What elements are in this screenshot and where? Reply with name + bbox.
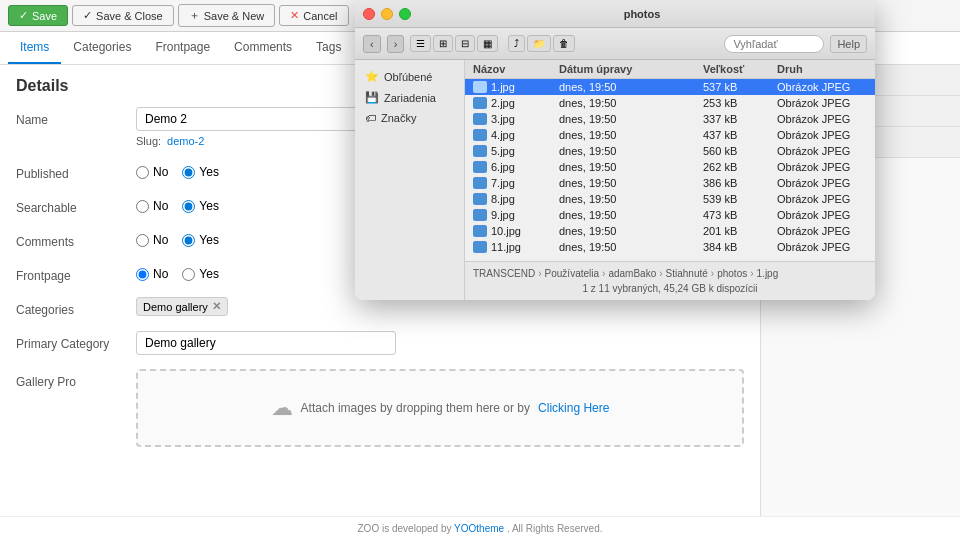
published-yes-option[interactable]: Yes	[182, 165, 219, 179]
searchable-yes-option[interactable]: Yes	[182, 199, 219, 213]
file-icon	[473, 97, 487, 109]
sidebar-item-tags[interactable]: 🏷 Značky	[355, 108, 464, 128]
table-row[interactable]: 7.jpg dnes, 19:50 386 kB Obrázok JPEG	[465, 175, 875, 191]
table-row[interactable]: 10.jpg dnes, 19:50 201 kB Obrázok JPEG	[465, 223, 875, 239]
file-date-cell: dnes, 19:50	[559, 241, 699, 253]
frontpage-no-option[interactable]: No	[136, 267, 168, 281]
comments-no-option[interactable]: No	[136, 233, 168, 247]
searchable-no-option[interactable]: No	[136, 199, 168, 213]
tab-categories[interactable]: Categories	[61, 32, 143, 64]
file-name-cell: 10.jpg	[473, 225, 555, 237]
published-no-option[interactable]: No	[136, 165, 168, 179]
file-name-cell: 3.jpg	[473, 113, 555, 125]
name-label: Name	[16, 107, 136, 127]
page-footer: ZOO is developed by YOOtheme . All Right…	[0, 516, 960, 540]
action-buttons: ⤴ 📁 🗑	[508, 35, 575, 52]
tab-tags[interactable]: Tags	[304, 32, 353, 64]
table-row[interactable]: 3.jpg dnes, 19:50 337 kB Obrázok JPEG	[465, 111, 875, 127]
file-size-cell: 473 kB	[703, 209, 773, 221]
path-segment: Stiahnuté	[666, 268, 708, 279]
file-name-cell: 4.jpg	[473, 129, 555, 141]
view-icon-button[interactable]: ⊟	[455, 35, 475, 52]
window-maximize-button[interactable]	[399, 8, 411, 20]
file-icon	[473, 193, 487, 205]
help-button[interactable]: Help	[830, 35, 867, 53]
view-buttons: ☰ ⊞ ⊟ ▦	[410, 35, 498, 52]
table-row[interactable]: 4.jpg dnes, 19:50 437 kB Obrázok JPEG	[465, 127, 875, 143]
frontpage-yes-option[interactable]: Yes	[182, 267, 219, 281]
search-input[interactable]	[724, 35, 824, 53]
file-name-cell: 9.jpg	[473, 209, 555, 221]
breadcrumb-path: TRANSCEND › Používatelia › adamBako › St…	[473, 266, 867, 281]
forward-button[interactable]: ›	[387, 35, 405, 53]
save-close-button[interactable]: ✓ Save & Close	[72, 5, 174, 26]
path-segment: Používatelia	[545, 268, 599, 279]
sidebar-item-favourites[interactable]: ⭐ Obľúbené	[355, 66, 464, 87]
tab-items[interactable]: Items	[8, 32, 61, 64]
cancel-x-icon: ✕	[290, 9, 299, 22]
file-icon	[473, 177, 487, 189]
file-type-cell: Obrázok JPEG	[777, 81, 867, 93]
yootheme-link[interactable]: YOOtheme	[454, 523, 504, 534]
save-button[interactable]: ✓ Save	[8, 5, 68, 26]
table-row[interactable]: 8.jpg dnes, 19:50 539 kB Obrázok JPEG	[465, 191, 875, 207]
path-segment: adamBako	[608, 268, 656, 279]
share-button[interactable]: ⤴	[508, 35, 525, 52]
comments-yes-option[interactable]: Yes	[182, 233, 219, 247]
cancel-button[interactable]: ✕ Cancel	[279, 5, 348, 26]
table-row[interactable]: 9.jpg dnes, 19:50 473 kB Obrázok JPEG	[465, 207, 875, 223]
tab-comments[interactable]: Comments	[222, 32, 304, 64]
file-icon	[473, 81, 487, 93]
save-close-check-icon: ✓	[83, 9, 92, 22]
file-date-cell: dnes, 19:50	[559, 81, 699, 93]
delete-button[interactable]: 🗑	[553, 35, 575, 52]
file-name-cell: 7.jpg	[473, 177, 555, 189]
window-minimize-button[interactable]	[381, 8, 393, 20]
table-row[interactable]: 1.jpg dnes, 19:50 537 kB Obrázok JPEG	[465, 79, 875, 95]
zoo-logo: ZOO	[358, 523, 380, 534]
file-name-cell: 2.jpg	[473, 97, 555, 109]
table-row[interactable]: 2.jpg dnes, 19:50 253 kB Obrázok JPEG	[465, 95, 875, 111]
remove-category-button[interactable]: ✕	[212, 300, 221, 313]
col-name-header: Názov	[473, 63, 555, 75]
table-row[interactable]: 6.jpg dnes, 19:50 262 kB Obrázok JPEG	[465, 159, 875, 175]
file-picker-sidebar: ⭐ Obľúbené 💾 Zariadenia 🏷 Značky	[355, 60, 465, 300]
file-name-cell: 8.jpg	[473, 193, 555, 205]
view-coverflow-button[interactable]: ▦	[477, 35, 498, 52]
categories-label: Categories	[16, 297, 136, 317]
table-row[interactable]: 11.jpg dnes, 19:50 384 kB Obrázok JPEG	[465, 239, 875, 255]
file-picker-dialog: photos ‹ › ☰ ⊞ ⊟ ▦ ⤴ 📁 🗑 Help ⭐ Obľúbené	[355, 0, 875, 300]
primary-category-control: Demo gallery	[136, 331, 744, 355]
file-size-cell: 337 kB	[703, 113, 773, 125]
view-column-button[interactable]: ⊞	[433, 35, 453, 52]
file-date-cell: dnes, 19:50	[559, 145, 699, 157]
tab-frontpage[interactable]: Frontpage	[143, 32, 222, 64]
file-picker-footer: TRANSCEND › Používatelia › adamBako › St…	[465, 261, 875, 300]
upload-cloud-icon: ☁	[271, 395, 293, 421]
searchable-label: Searchable	[16, 195, 136, 215]
view-list-button[interactable]: ☰	[410, 35, 431, 52]
primary-category-select[interactable]: Demo gallery	[136, 331, 396, 355]
gallery-upload-area[interactable]: ☁ Attach images by dropping them here or…	[136, 369, 744, 447]
sidebar-item-devices[interactable]: 💾 Zariadenia	[355, 87, 464, 108]
slug-value: demo-2	[167, 135, 204, 147]
window-close-button[interactable]	[363, 8, 375, 20]
file-picker-body: ⭐ Obľúbené 💾 Zariadenia 🏷 Značky Názov D…	[355, 60, 875, 300]
file-icon	[473, 209, 487, 221]
path-separator: ›	[750, 268, 753, 279]
file-size-cell: 253 kB	[703, 97, 773, 109]
file-date-cell: dnes, 19:50	[559, 209, 699, 221]
file-date-cell: dnes, 19:50	[559, 129, 699, 141]
file-picker-title: photos	[417, 8, 867, 20]
file-type-cell: Obrázok JPEG	[777, 209, 867, 221]
path-segment: photos	[717, 268, 747, 279]
save-new-button[interactable]: ＋ Save & New	[178, 4, 276, 27]
click-here-link[interactable]: Clicking Here	[538, 401, 609, 415]
file-icon	[473, 161, 487, 173]
file-name-cell: 1.jpg	[473, 81, 555, 93]
file-icon	[473, 113, 487, 125]
table-row[interactable]: 5.jpg dnes, 19:50 560 kB Obrázok JPEG	[465, 143, 875, 159]
folder-button[interactable]: 📁	[527, 35, 551, 52]
file-size-cell: 201 kB	[703, 225, 773, 237]
back-button[interactable]: ‹	[363, 35, 381, 53]
